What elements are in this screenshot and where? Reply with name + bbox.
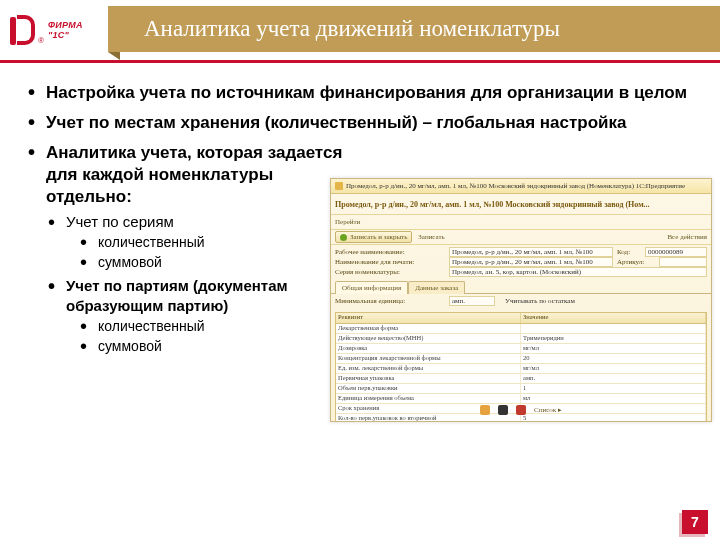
footer-icon	[480, 405, 490, 415]
table-row[interactable]: Концентрация лекарственной формы20	[336, 354, 706, 364]
logo-text: ФИРМА "1С"	[48, 20, 98, 40]
menu-go[interactable]: Перейти	[335, 218, 360, 226]
field-label: Рабочее наименование:	[335, 248, 445, 256]
unit-input[interactable]: амп.	[449, 296, 495, 306]
embedded-screenshot: Промедол, р-р д/ин., 20 мг/мл, амп. 1 мл…	[330, 178, 712, 422]
form-header: Промедол, р-р д/ин., 20 мг/мл, амп. 1 мл…	[331, 194, 711, 215]
cell-key: Объем перв.упаковки	[336, 384, 521, 393]
col-value: Значение	[521, 313, 706, 323]
cell-key: Ед. изм. лекарственной формы	[336, 364, 521, 373]
cell-value: амп.	[521, 374, 706, 383]
cell-value: 1	[521, 384, 706, 393]
cell-key: Действующее вещество(МНН)	[336, 334, 521, 343]
all-actions-button[interactable]: Все действия	[667, 233, 707, 241]
footer-icon	[516, 405, 526, 415]
code-input[interactable]: 0000000089	[645, 247, 707, 257]
sub-sub-sum-2: суммовой	[76, 336, 344, 356]
article-label: Артикул:	[617, 258, 655, 266]
table-row[interactable]: Объем перв.упаковки1	[336, 384, 706, 394]
code-label: Код:	[617, 248, 641, 256]
window-title-text: Промедол, р-р д/ин., 20 мг/мл, амп. 1 мл…	[346, 182, 685, 190]
sub-sub-qty-1: количественный	[76, 232, 344, 252]
field-label: Наименование для печати:	[335, 258, 445, 266]
cell-value: мг/мл	[521, 344, 706, 353]
tab-order-data[interactable]: Данные заказа	[408, 281, 465, 294]
table-header: Реквизит Значение	[336, 313, 706, 324]
sub-bullet-series: Учет по сериям	[44, 212, 344, 232]
window-titlebar: Промедол, р-р д/ин., 20 мг/мл, амп. 1 мл…	[331, 179, 711, 194]
save-close-button[interactable]: Записать и закрыть	[335, 231, 412, 243]
cell-value	[521, 324, 706, 333]
unit-label: Минимальная единица:	[335, 297, 445, 305]
app-icon	[335, 182, 343, 190]
footer-list-link[interactable]: Список ▸	[534, 406, 562, 414]
cell-key: Лекарственная форма	[336, 324, 521, 333]
check-icon	[340, 234, 347, 241]
page-number: 7	[682, 510, 708, 534]
cell-value: Тримеперидин	[521, 334, 706, 343]
cell-key: Концентрация лекарственной формы	[336, 354, 521, 363]
series-input[interactable]: Промедол, ан. 5, кор, картон. (Московски…	[449, 267, 707, 277]
table-row[interactable]: Действующее вещество(МНН)Тримеперидин	[336, 334, 706, 344]
bullet-3: Аналитика учета, которая задается для ка…	[24, 142, 346, 208]
logo: ® ФИРМА "1С"	[0, 0, 108, 60]
work-name-input[interactable]: Промедол, р-р д/ин., 20 мг/мл, амп. 1 мл…	[449, 247, 613, 257]
bullet-1: Настройка учета по источникам финансиров…	[24, 82, 694, 104]
table-row[interactable]: Ед. изм. лекарственной формымг/мл	[336, 364, 706, 374]
remain-checkbox-label[interactable]: Учитывать по остаткам	[505, 297, 575, 305]
print-name-input[interactable]: Промедол, р-р д/ин., 20 мг/мл, амп. 1 мл…	[449, 257, 613, 267]
tab-general[interactable]: Общая информация	[335, 281, 408, 294]
logo-1c-icon: ®	[10, 15, 44, 45]
form-footer-icons: Список ▸	[331, 401, 711, 419]
cell-key: Дозировка	[336, 344, 521, 353]
article-input[interactable]	[659, 257, 707, 267]
bullet-2: Учет по местам хранения (количественный)…	[24, 112, 694, 134]
cell-key: Первичная упаковка	[336, 374, 521, 383]
col-key: Реквизит	[336, 313, 521, 323]
table-row[interactable]: Дозировкамг/мл	[336, 344, 706, 354]
cell-value: мг/мл	[521, 364, 706, 373]
sub-sub-sum-1: суммовой	[76, 252, 344, 272]
cell-value: 20	[521, 354, 706, 363]
table-row[interactable]: Первичная упаковкаамп.	[336, 374, 706, 384]
slide-title: Аналитика учета движений номенклатуры	[108, 6, 720, 52]
field-label: Серия номенклатуры:	[335, 268, 445, 276]
save-button[interactable]: Записать	[418, 233, 444, 241]
footer-icon	[498, 405, 508, 415]
sub-bullet-batch: Учет по партиям (документам образующим п…	[44, 276, 344, 316]
sub-sub-qty-2: количественный	[76, 316, 344, 336]
table-row[interactable]: Лекарственная форма	[336, 324, 706, 334]
